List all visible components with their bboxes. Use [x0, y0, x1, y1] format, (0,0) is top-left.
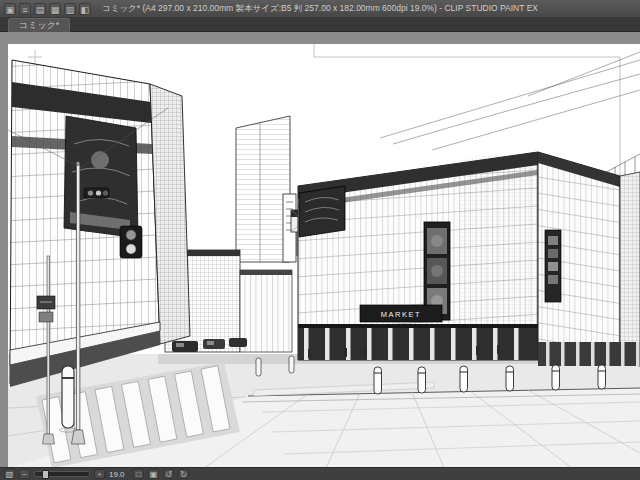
document-tab-bar: コミック*: [0, 17, 640, 32]
panel-icon[interactable]: ▤: [34, 3, 46, 15]
window-title: コミック* (A4 297.00 x 210.00mm 製本サイズ:B5 判 2…: [0, 3, 640, 15]
zoom-out-icon[interactable]: −: [19, 469, 30, 479]
app-window: ▣ ≡ ▤ ▦ ▥ ◧ コミック* (A4 297.00 x 210.00mm …: [0, 0, 640, 480]
power-lines: [380, 52, 640, 150]
zoom-slider-thumb[interactable]: [42, 470, 49, 479]
zoom-value: 19.0: [109, 470, 129, 479]
document-tab-label: コミック*: [19, 20, 59, 30]
traffic-pole: [76, 164, 80, 430]
tower-billboard: [64, 116, 138, 238]
layers-icon[interactable]: ▥: [64, 3, 76, 15]
status-bar: ▧ − + 19.0 □ ▣ ↺ ↻: [0, 467, 640, 480]
titlebar-icon-strip: ▣ ≡ ▤ ▦ ▥ ◧: [4, 3, 91, 15]
actual-size-icon[interactable]: ▣: [148, 469, 159, 479]
fit-screen-icon[interactable]: □: [133, 469, 144, 479]
rotate-right-icon[interactable]: ↻: [178, 469, 189, 479]
navigator-icon[interactable]: ▧: [4, 469, 15, 479]
artwork-cityscape: MARKET: [8, 44, 640, 468]
center-building: MARKET: [298, 152, 538, 360]
canvas-area: MARKET: [0, 32, 640, 468]
left-tower: [10, 60, 190, 387]
title-bar: ▣ ≡ ▤ ▦ ▥ ◧ コミック* (A4 297.00 x 210.00mm …: [0, 0, 640, 18]
document-tab[interactable]: コミック*: [8, 18, 70, 32]
right-building: [538, 152, 640, 366]
settings-icon[interactable]: ◧: [79, 3, 91, 15]
storefront-sign-text: MARKET: [381, 310, 421, 319]
traffic-signal: [84, 188, 109, 198]
canvas-page[interactable]: MARKET: [8, 44, 640, 468]
app-icon[interactable]: ▣: [4, 3, 16, 15]
zoom-in-icon[interactable]: +: [94, 469, 105, 479]
rotate-left-icon[interactable]: ↺: [163, 469, 174, 479]
zoom-slider[interactable]: [34, 471, 90, 477]
grid-icon[interactable]: ▦: [49, 3, 61, 15]
storefront-colonnade: [298, 328, 538, 360]
menu-icon[interactable]: ≡: [19, 3, 31, 15]
